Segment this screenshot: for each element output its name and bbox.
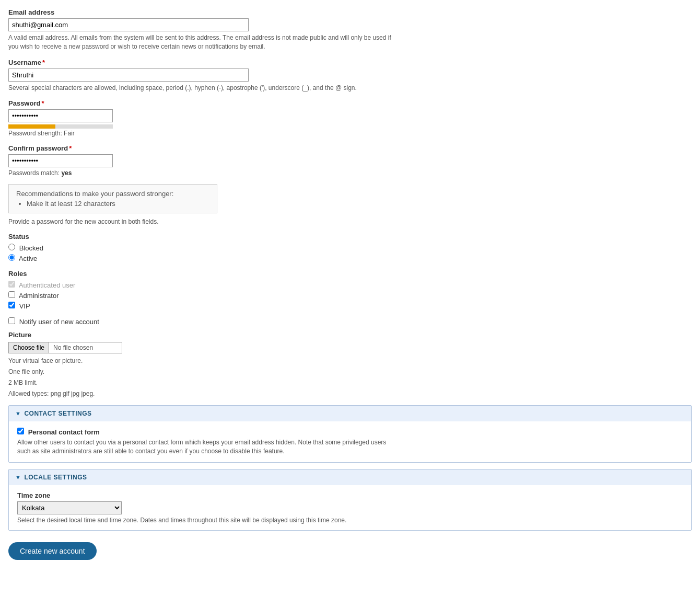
timezone-desc: Select the desired local time and time z… xyxy=(17,517,383,524)
status-field-group: Status Blocked Active xyxy=(8,233,692,262)
notify-label[interactable]: Notify user of new account xyxy=(8,318,99,326)
username-label: Username* xyxy=(8,59,692,66)
status-active-label[interactable]: Active xyxy=(8,255,37,262)
confirm-password-field-group: Confirm password* Passwords match: yes xyxy=(8,144,692,177)
username-description: Several special characters are allowed, … xyxy=(8,84,400,93)
username-input[interactable] xyxy=(8,68,249,82)
email-field-group: Email address A valid email address. All… xyxy=(8,8,692,51)
file-input-wrapper: Choose file No file chosen xyxy=(8,342,692,353)
file-name-display: No file chosen xyxy=(49,342,122,353)
timezone-select[interactable]: Kolkata UTC America/New_York Europe/Lond… xyxy=(17,501,122,514)
notify-checkbox-group: Notify user of new account xyxy=(8,317,692,326)
email-input[interactable] xyxy=(8,18,249,31)
email-label: Email address xyxy=(8,8,692,16)
status-label: Status xyxy=(8,233,692,240)
personal-contact-form-group: Personal contact form Allow other users … xyxy=(17,428,683,456)
role-administrator-checkbox[interactable] xyxy=(8,291,15,298)
locale-settings-arrow: ▼ xyxy=(15,474,21,480)
email-description: A valid email address. All emails from t… xyxy=(8,33,400,51)
notify-checkbox[interactable] xyxy=(8,317,15,324)
personal-contact-form-checkbox[interactable] xyxy=(17,428,24,434)
locale-settings-header[interactable]: ▼ LOCALE SETTINGS xyxy=(9,469,691,485)
role-authenticated-label: Authenticated user xyxy=(8,281,75,289)
roles-label: Roles xyxy=(8,270,692,278)
role-administrator-label[interactable]: Administrator xyxy=(8,292,59,300)
create-account-button[interactable]: Create new account xyxy=(8,542,97,560)
password-strength-bar-fill xyxy=(8,124,55,129)
contact-settings-title: CONTACT SETTINGS xyxy=(24,410,91,417)
picture-desc1: Your virtual face or picture. xyxy=(8,357,400,365)
picture-desc4: Allowed types: png gif jpg jpeg. xyxy=(8,389,400,398)
confirm-password-label: Confirm password* xyxy=(8,144,692,152)
choose-file-button[interactable]: Choose file xyxy=(8,342,49,353)
timezone-label: Time zone xyxy=(17,491,683,499)
status-blocked-radio[interactable] xyxy=(8,244,15,250)
recommendation-item: Make it at least 12 characters xyxy=(27,200,209,208)
password-strength-text: Password strength: Fair xyxy=(8,130,692,137)
confirm-password-input[interactable] xyxy=(8,154,113,167)
status-active-radio[interactable] xyxy=(8,254,15,261)
picture-label: Picture xyxy=(8,331,692,339)
password-input[interactable] xyxy=(8,109,113,122)
status-blocked-group: Blocked xyxy=(8,244,692,252)
recommendations-list: Make it at least 12 characters xyxy=(27,200,209,208)
role-authenticated-checkbox xyxy=(8,281,15,288)
picture-desc2: One file only. xyxy=(8,368,400,376)
picture-field-group: Picture Choose file No file chosen Your … xyxy=(8,331,692,398)
password-strength-bar-container xyxy=(8,124,113,129)
role-vip-checkbox[interactable] xyxy=(8,302,15,308)
passwords-match: Passwords match: yes xyxy=(8,169,692,177)
provide-password-desc: Provide a password for the new account i… xyxy=(8,217,400,226)
role-administrator-group: Administrator xyxy=(8,291,692,300)
password-recommendations: Recommendations to make your password st… xyxy=(8,184,217,213)
contact-settings-body: Personal contact form Allow other users … xyxy=(9,421,691,462)
personal-contact-form-desc: Allow other users to contact you via a p… xyxy=(17,438,393,456)
roles-field-group: Roles Authenticated user Administrator V… xyxy=(8,270,692,310)
status-active-group: Active xyxy=(8,254,692,262)
contact-settings-arrow: ▼ xyxy=(15,410,21,417)
role-authenticated-group: Authenticated user xyxy=(8,281,692,289)
password-field-group: Password* Password strength: Fair xyxy=(8,99,692,137)
role-vip-group: VIP xyxy=(8,302,692,310)
timezone-group: Time zone Kolkata UTC America/New_York E… xyxy=(17,491,683,524)
locale-settings-title: LOCALE SETTINGS xyxy=(24,474,87,481)
contact-settings-header[interactable]: ▼ CONTACT SETTINGS xyxy=(9,406,691,421)
username-field-group: Username* Several special characters are… xyxy=(8,59,692,93)
contact-settings-section: ▼ CONTACT SETTINGS Personal contact form… xyxy=(8,405,692,463)
personal-contact-form-label[interactable]: Personal contact form xyxy=(17,428,100,436)
picture-desc3: 2 MB limit. xyxy=(8,379,400,387)
status-blocked-label[interactable]: Blocked xyxy=(8,244,43,252)
locale-settings-body: Time zone Kolkata UTC America/New_York E… xyxy=(9,485,691,530)
password-label: Password* xyxy=(8,99,692,107)
locale-settings-section: ▼ LOCALE SETTINGS Time zone Kolkata UTC … xyxy=(8,469,692,531)
role-vip-label[interactable]: VIP xyxy=(8,302,30,310)
